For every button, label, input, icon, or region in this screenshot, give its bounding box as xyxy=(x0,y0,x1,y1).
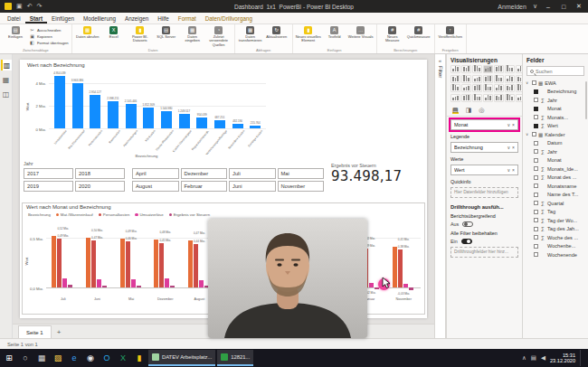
kpi-card-visual[interactable]: Ergebnis vor Steuern 93.498,17 xyxy=(331,163,423,202)
ribbon-button-daten-transformieren[interactable]: ▦Daten transformieren xyxy=(238,25,263,43)
field-checkbox[interactable] xyxy=(534,89,538,94)
ribbon-button-quickmeasure[interactable]: #Quickmeasure xyxy=(406,25,432,39)
column[interactable] xyxy=(57,239,62,287)
start-icon[interactable]: ⊞ xyxy=(2,350,16,366)
maximize-button[interactable]: □ xyxy=(559,4,568,10)
remove-field-icon[interactable]: × xyxy=(512,145,515,150)
field-checkbox[interactable] xyxy=(534,201,538,205)
clustered-column-chart-icon[interactable] xyxy=(483,65,493,73)
line-and-clustered-column-chart-icon[interactable] xyxy=(483,75,493,83)
card-icon[interactable] xyxy=(461,94,471,102)
stacked-column-chart-icon[interactable] xyxy=(461,65,471,73)
tray-expand-icon[interactable]: ∧ xyxy=(522,354,526,362)
field-checkbox[interactable] xyxy=(534,175,538,180)
column[interactable] xyxy=(131,279,136,287)
table-row-kalender[interactable]: ∨▦Kalender xyxy=(526,130,585,139)
slicer-item-august[interactable]: August xyxy=(132,181,179,192)
shape-map-icon[interactable] xyxy=(516,84,522,92)
column[interactable] xyxy=(398,249,403,287)
ribbon-button-power-bi-datasets[interactable]: ▮Power BI-Datasets xyxy=(128,25,153,43)
ribbon-button-zuletzt-verwendete-quellen[interactable]: ◔Zuletzt verwendete Quellen xyxy=(206,25,232,47)
report-view-icon[interactable]: ▥ xyxy=(1,60,12,71)
field-row-monats[interactable]: ∑Monats... xyxy=(526,113,585,122)
ribbon-tab-format[interactable]: Format xyxy=(174,13,201,24)
ribbon-button-neues-measure[interactable]: #Neues Measure xyxy=(380,25,405,43)
scatter-chart-icon[interactable] xyxy=(450,84,460,92)
analytics-tab-icon[interactable]: ◎ xyxy=(479,107,484,114)
slicer-item-2018[interactable]: 2018 xyxy=(75,168,125,179)
minimize-button[interactable]: – xyxy=(544,4,553,10)
taskbar-button-12821[interactable]: 12821... xyxy=(217,350,253,366)
ribbon-button-excel[interactable]: XExcel xyxy=(101,25,127,39)
column[interactable] xyxy=(102,286,107,287)
line-and-stacked-column-chart-icon[interactable] xyxy=(472,75,482,83)
slicer-item-februar[interactable]: Februar xyxy=(181,181,228,192)
outlook-icon[interactable]: O xyxy=(100,350,114,366)
ribbon-button-format-übertragen[interactable]: ◧Format übertragen xyxy=(29,40,69,45)
clustered-bar-chart-icon[interactable] xyxy=(472,65,482,73)
bar[interactable] xyxy=(161,111,172,128)
field-checkbox[interactable] xyxy=(534,244,538,249)
field-row-wochenende[interactable]: Wochenende xyxy=(526,250,585,259)
funnel-chart-icon[interactable] xyxy=(516,75,522,83)
field-row-woche-des[interactable]: ∑Woche des ... xyxy=(526,233,585,242)
field-checkbox[interactable] xyxy=(534,149,538,154)
excel-icon[interactable]: X xyxy=(116,350,130,366)
field-well-monat[interactable]: Monat∨× xyxy=(450,119,518,130)
fields-tab-icon[interactable]: ▤ xyxy=(452,107,459,114)
field-checkbox[interactable] xyxy=(534,166,538,171)
chevron-down-icon[interactable]: ∨ xyxy=(507,167,510,173)
ribbon-button-weitere-visuals[interactable]: …Weitere Visuals xyxy=(348,25,374,39)
filled-map-icon[interactable] xyxy=(505,84,515,92)
100-stacked-bar-chart-icon[interactable] xyxy=(494,65,504,73)
bar[interactable] xyxy=(196,118,207,128)
field-checkbox[interactable] xyxy=(534,115,538,119)
slicer-item-november[interactable]: November xyxy=(278,181,325,192)
collapse-caret-icon[interactable]: ∨ xyxy=(526,80,530,85)
field-row-jahr[interactable]: ∑Jahr xyxy=(526,147,585,156)
bar[interactable] xyxy=(214,120,225,128)
ribbon-tab-daten-drillvorgang[interactable]: Daten/Drillvorgang xyxy=(201,13,257,24)
field-row-name-des-t[interactable]: Name des T... xyxy=(526,191,585,200)
table-row-ewa[interactable]: ∨▦EWA xyxy=(526,79,585,88)
scrollbar[interactable] xyxy=(585,81,588,119)
field-checkbox[interactable] xyxy=(534,235,538,240)
matrix-icon[interactable] xyxy=(516,94,522,102)
field-row-monatsname[interactable]: Monatsname xyxy=(526,182,585,191)
column[interactable] xyxy=(154,240,158,287)
ribbon-chart-icon[interactable] xyxy=(494,75,504,83)
column[interactable] xyxy=(165,278,169,287)
taskbar-button-datev-arbeitsplatz[interactable]: DATEV Arbeitsplatz... xyxy=(148,350,215,366)
chevron-down-icon[interactable]: ∨ xyxy=(533,0,537,13)
format-tab-icon[interactable]: ◨ xyxy=(466,107,472,114)
model-view-icon[interactable]: ◫ xyxy=(1,89,12,99)
field-row-monat[interactable]: Monat xyxy=(526,156,585,165)
column[interactable] xyxy=(126,241,130,287)
filter-pane-collapsed[interactable]: « Filter xyxy=(434,54,446,338)
collapse-caret-icon[interactable]: ∨ xyxy=(526,132,530,136)
ribbon-button-daten-eingeben[interactable]: ▦Daten eingeben xyxy=(180,25,205,43)
column[interactable] xyxy=(97,279,101,287)
field-row-datum[interactable]: Datum xyxy=(526,139,585,148)
column[interactable] xyxy=(120,239,125,287)
page-tab-seite-1[interactable]: Seite 1 xyxy=(18,325,52,338)
field-row-monat-des[interactable]: ∑Monat des ... xyxy=(526,174,585,183)
field-checkbox[interactable] xyxy=(534,227,538,231)
ribbon-button-daten-abrufen[interactable]: ▦Daten abrufen xyxy=(75,25,100,39)
remove-field-icon[interactable]: × xyxy=(512,167,515,173)
sign-in-button[interactable]: Anmelden xyxy=(498,4,526,10)
ribbon-tab-einfügen[interactable]: Einfügen xyxy=(47,13,79,24)
slicer-item-juli[interactable]: Juli xyxy=(229,168,276,179)
volume-icon[interactable]: ◀ xyxy=(541,354,545,362)
slicer-item-2019[interactable]: 2019 xyxy=(24,181,73,192)
field-checkbox[interactable] xyxy=(534,184,538,188)
column[interactable] xyxy=(369,283,374,288)
map-icon[interactable] xyxy=(494,84,504,92)
bar[interactable] xyxy=(143,108,154,128)
expand-pane-icon[interactable]: « xyxy=(439,58,441,63)
task-view-icon[interactable]: ▦ xyxy=(34,350,49,366)
field-checkbox[interactable] xyxy=(534,193,538,197)
ribbon-button-veröffentlichen[interactable]: ↑Veröffentlichen xyxy=(438,25,463,39)
column[interactable] xyxy=(188,240,193,287)
column[interactable] xyxy=(52,236,56,287)
